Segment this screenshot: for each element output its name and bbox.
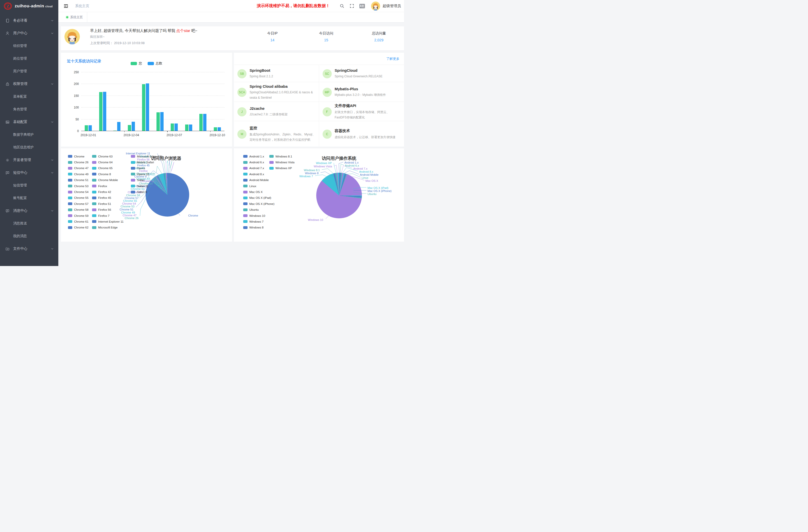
legend-item-Linux[interactable]: Linux [243,183,269,189]
bar-您-2019-12-08[interactable] [185,125,188,131]
star-link[interactable]: 点个star [176,29,190,33]
sidebar-subitem-账号配置[interactable]: 账号配置 [0,192,58,204]
legend-item-Windows Vista[interactable]: Windows Vista [269,159,294,165]
sidebar-subitem-岗位管理[interactable]: 岗位管理 [0,52,58,65]
bar-chart-plot[interactable]: 0501001502002502019-12-012019-12-042019-… [81,72,224,131]
legend-item-Windows XP[interactable]: Windows XP [269,165,294,171]
legend-item-Safari 11[interactable]: Safari 11 [131,183,162,189]
bar-总数-2019-12-01[interactable] [89,125,92,131]
legend-item-Chrome 49[interactable]: Chrome 49 [68,171,92,177]
legend-item-Android 8.x[interactable]: Android 8.x [243,171,269,177]
legend-item-Safari 9[interactable]: Safari 9 [131,189,162,195]
legend-item-Android 7.x[interactable]: Android 7.x [243,165,269,171]
legend-item-Chrome 65[interactable]: Chrome 65 [92,165,131,171]
legend-item-Chrome Mobile[interactable]: Chrome Mobile [92,177,131,183]
legend-item-Android 6.x[interactable]: Android 6.x [243,159,269,165]
bar-您-2019-12-01[interactable] [85,125,88,131]
legend-item-Chrome 63[interactable]: Chrome 63 [92,153,131,159]
legend-item-Chrome 64[interactable]: Chrome 64 [92,159,131,165]
legend-item-Safari[interactable]: Safari [131,177,162,183]
bar-总数-2019-12-10[interactable] [218,127,221,131]
legend-item-Chrome 61[interactable]: Chrome 61 [68,219,92,224]
search-icon[interactable] [339,3,344,8]
tech-card-文件存储API[interactable]: F文件存储API封装文件接口，实现本地存储、阿里云、FastDFS存储的配置化 [319,102,404,121]
legend-item-Chrome 53[interactable]: Chrome 53 [68,183,92,189]
sidebar-item-基础配置[interactable]: 基础配置 [0,116,58,128]
legend-item-Windows 10[interactable]: Windows 10 [243,213,269,219]
tech-card-容器技术[interactable]: C容器技术虚拟化容器技术，让迁移、部署更加方便快捷 [319,121,404,147]
bar-您-2019-12-09[interactable] [199,114,203,131]
legend-item-Windows 8[interactable]: Windows 8 [243,225,269,231]
bar-总数-2019-12-02[interactable] [103,92,106,131]
tech-card-监控[interactable]: M监控集成SpringBootAdmin、Zipkin、Redis、Mysql、… [234,121,319,147]
legend-item-Microsoft Edge[interactable]: Microsoft Edge [92,225,131,231]
breadcrumb[interactable]: 系统主页 [75,4,89,8]
logo-bar[interactable]: Z zuihou-admincloud [0,0,58,12]
sidebar-item-用户中心[interactable]: 用户中心 [0,27,58,40]
legend-item-Mac OS X[interactable]: Mac OS X [243,189,269,195]
tech-card-Spring Cloud alibaba[interactable]: SCASpring Cloud alibabaSpringCloudAlibab… [234,82,319,102]
legend-item-total[interactable]: 总数 [148,61,162,66]
sidebar-item-权限管理[interactable]: 权限管理 [0,78,58,90]
sidebar-item-短信中心[interactable]: 短信中心 [0,166,58,179]
legend-item-Opera[interactable]: Opera [131,165,162,171]
legend-item-Chrome 8[interactable]: Chrome 8 [92,171,131,177]
legend-item-Android Mobile[interactable]: Android Mobile [243,177,269,183]
learn-more-link[interactable]: 了解更多 [386,57,400,61]
bar-总数-2019-12-08[interactable] [189,125,192,131]
bar-您-2019-12-05[interactable] [142,84,145,131]
legend-item-Mac OS X (iPhone)[interactable]: Mac OS X (iPhone) [243,201,269,207]
bar-总数-2019-12-04[interactable] [132,122,135,131]
legend-item-Windows 7[interactable]: Windows 7 [243,219,269,224]
tech-card-SpringCloud[interactable]: SCSpringCloudSpring Cloud Greenwich.RELE… [319,65,404,82]
legend-item-Chrome[interactable]: Chrome [68,153,92,159]
language-switch-icon[interactable]: A文 [360,4,365,8]
bar-您-2019-12-10[interactable] [214,127,217,131]
current-user-name[interactable]: 超级管理员 [383,3,401,8]
legend-item-Ubuntu[interactable]: Ubuntu [243,207,269,213]
sidebar-subitem-菜单配置[interactable]: 菜单配置 [0,90,58,103]
legend-item-Chrome 58[interactable]: Chrome 58 [68,207,92,213]
legend-item-Chrome 57[interactable]: Chrome 57 [68,201,92,207]
sidebar-subitem-角色管理[interactable]: 角色管理 [0,103,58,116]
sidebar-subitem-组织管理[interactable]: 组织管理 [0,40,58,52]
sidebar-item-文件中心[interactable]: 文件中心 [0,242,58,255]
legend-item-Chrome 51[interactable]: Chrome 51 [68,177,92,183]
avatar[interactable] [371,1,380,11]
stat-value[interactable]: 15 [308,38,344,42]
legend-item-Firefox 51[interactable]: Firefox 51 [92,201,131,207]
bar-总数-2019-12-05[interactable] [146,84,149,131]
bar-总数-2019-12-07[interactable] [175,124,178,131]
sidebar-subitem-我的消息[interactable]: 我的消息 [0,230,58,242]
bar-您-2019-12-02[interactable] [99,92,103,131]
legend-item-Chrome 59[interactable]: Chrome 59 [68,213,92,219]
tech-card-J2cache[interactable]: JJ2cacheJ2cache2.7.8: 二级缓存框架 [234,102,319,121]
legend-item-Chrome 54[interactable]: Chrome 54 [68,189,92,195]
bar-总数-2019-12-03[interactable] [117,122,121,131]
legend-item-Chrome 47[interactable]: Chrome 47 [68,165,92,171]
legend-item-Chrome 55[interactable]: Chrome 55 [68,195,92,201]
legend-item-Firefox 45[interactable]: Firefox 45 [92,195,131,201]
sidebar-subitem-短信管理[interactable]: 短信管理 [0,179,58,192]
sidebar-item-消息中心[interactable]: 消息中心 [0,204,58,217]
bar-您-2019-12-04[interactable] [128,125,131,131]
fullscreen-icon[interactable] [349,3,354,8]
legend-item-Windows 8.1[interactable]: Windows 8.1 [269,153,294,159]
legend-item-Chrome 26[interactable]: Chrome 26 [68,159,92,165]
legend-item-Chrome 62[interactable]: Chrome 62 [68,225,92,231]
sidebar-subitem-消息推送[interactable]: 消息推送 [0,217,58,230]
legend-item-Opera 12[interactable]: Opera 12 [131,171,162,177]
legend-item-Firefox 7[interactable]: Firefox 7 [92,213,131,219]
legend-item-you[interactable]: 您 [131,61,142,66]
stat-value[interactable]: 2,029 [361,38,397,42]
tab-home[interactable]: 系统主页 [62,12,87,22]
sidebar-subitem-数据字典维护[interactable]: 数据字典维护 [0,128,58,141]
legend-item-Firefox 42[interactable]: Firefox 42 [92,189,131,195]
stat-value[interactable]: 14 [255,38,290,42]
tech-card-Mybatis-Plus[interactable]: MPMybatis-PlusMybatis-plus 3.2.0：Mybatis… [319,82,404,102]
legend-item-Firefox[interactable]: Firefox [92,183,131,189]
sidebar-subitem-用户管理[interactable]: 用户管理 [0,65,58,78]
legend-item-Firefox 56[interactable]: Firefox 56 [92,207,131,213]
sidebar-item-务必详看[interactable]: 务必详看 [0,14,58,27]
bar-您-2019-12-06[interactable] [157,112,160,131]
